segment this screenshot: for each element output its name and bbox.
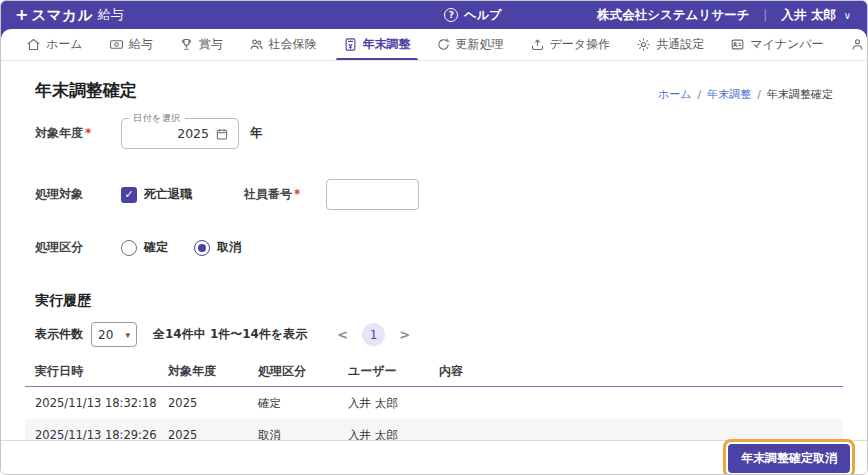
highlight-annotation: 年末調整確定取消 bbox=[723, 439, 855, 475]
logo-brand-text: スマカル bbox=[31, 6, 92, 25]
col-header-detail: 内容 bbox=[430, 363, 843, 380]
app-window: + スマカル 給与 ? ヘルプ 株式会社システムリサーチ | 入井 太郎 ∨ ホ… bbox=[0, 0, 868, 475]
col-header-user: ユーザー bbox=[338, 363, 430, 380]
cell-year: 2025 bbox=[158, 428, 248, 440]
nav-label: マイナンバー bbox=[750, 36, 823, 53]
pagination: < 1 > bbox=[333, 323, 414, 346]
radio-confirm-label: 確定 bbox=[144, 239, 168, 256]
pagesize-select[interactable]: 20 ▾ bbox=[91, 322, 137, 347]
person-icon bbox=[850, 37, 865, 52]
year-unit-label: 年 bbox=[250, 125, 263, 142]
header-divider: | bbox=[763, 8, 767, 22]
process-type-label: 処理区分 bbox=[35, 239, 121, 256]
nav-label: 年末調整 bbox=[363, 36, 411, 53]
radio-circle-icon bbox=[121, 240, 137, 256]
refresh-icon bbox=[436, 37, 451, 52]
logo-suffix-text: 給与 bbox=[98, 6, 124, 24]
cell-year: 2025 bbox=[158, 396, 248, 410]
table-row[interactable]: 2025/11/13 18:32:18 2025 確定 入井 太郎 bbox=[25, 387, 843, 419]
breadcrumb-separator: / bbox=[698, 88, 702, 101]
breadcrumb-separator: / bbox=[757, 88, 761, 101]
app-logo[interactable]: + スマカル 給与 bbox=[15, 6, 124, 25]
date-picker-float-label: 日付を選択 bbox=[129, 112, 185, 125]
action-footer: 年末調整確定取消 bbox=[1, 440, 867, 475]
main-nav: ホーム 給与 賞与 社会保険 年末調整 更新処理 データ操作 共通設定 bbox=[1, 29, 867, 61]
nav-item-update-process[interactable]: 更新処理 bbox=[424, 29, 517, 60]
nav-label: 給与 bbox=[129, 36, 153, 53]
cell-datetime: 2025/11/13 18:29:26 bbox=[25, 428, 158, 440]
year-end-adjustment-cancel-button[interactable]: 年末調整確定取消 bbox=[728, 444, 850, 473]
chevron-down-icon: ∨ bbox=[844, 10, 851, 21]
nav-label: 賞与 bbox=[199, 36, 223, 53]
radio-selected-icon bbox=[194, 240, 210, 256]
col-header-type: 処理区分 bbox=[248, 363, 338, 380]
required-asterisk: * bbox=[85, 126, 91, 140]
cell-datetime: 2025/11/13 18:32:18 bbox=[25, 396, 158, 410]
required-asterisk: * bbox=[294, 187, 300, 201]
page-next-button[interactable]: > bbox=[395, 327, 414, 342]
breadcrumb-current: 年末調整確定 bbox=[767, 87, 833, 102]
nav-item-data-operation[interactable]: データ操作 bbox=[517, 29, 624, 60]
nav-item-bonus[interactable]: 賞与 bbox=[166, 29, 236, 60]
target-year-date-picker[interactable]: 日付を選択 2025 bbox=[121, 118, 239, 149]
question-circle-icon: ? bbox=[444, 8, 458, 22]
result-range-text: 全14件中 1件〜14件を表示 bbox=[153, 326, 307, 343]
company-name: 株式会社システムリサーチ bbox=[597, 7, 749, 24]
breadcrumb: ホーム / 年末調整 / 年末調整確定 bbox=[658, 87, 833, 102]
nav-label: 更新処理 bbox=[456, 36, 504, 53]
user-name: 入井 太郎 bbox=[781, 7, 835, 24]
col-header-year: 対象年度 bbox=[158, 363, 248, 380]
banknote-icon bbox=[109, 37, 124, 52]
nav-item-common-settings[interactable]: 共通設定 bbox=[623, 29, 717, 60]
history-table: 実行日時 対象年度 処理区分 ユーザー 内容 2025/11/13 18:32:… bbox=[25, 357, 843, 440]
cell-user: 入井 太郎 bbox=[338, 428, 430, 441]
nav-label: 社会保険 bbox=[269, 36, 317, 53]
date-picker-value: 2025 bbox=[177, 126, 209, 141]
pagesize-value: 20 bbox=[98, 328, 113, 342]
history-section-title: 実行履歴 bbox=[35, 292, 833, 310]
gear-icon bbox=[636, 37, 651, 52]
radio-cancel-label: 取消 bbox=[217, 239, 241, 256]
breadcrumb-home-link[interactable]: ホーム bbox=[658, 87, 692, 102]
employee-number-input[interactable] bbox=[326, 179, 419, 210]
process-target-label: 処理対象 bbox=[35, 186, 121, 203]
pagesize-label: 表示件数 bbox=[35, 326, 83, 343]
employee-number-label: 社員番号* bbox=[244, 186, 300, 203]
caret-down-icon: ▾ bbox=[125, 330, 130, 340]
help-button[interactable]: ? ヘルプ bbox=[444, 7, 501, 24]
nav-label: データ操作 bbox=[550, 36, 611, 53]
table-row[interactable]: 2025/11/13 18:29:26 2025 取消 入井 太郎 bbox=[25, 419, 843, 440]
id-card-icon bbox=[730, 37, 745, 52]
checkbox-check-icon: ✓ bbox=[121, 187, 137, 203]
user-menu[interactable]: 入井 太郎 ∨ bbox=[781, 7, 851, 24]
people-icon bbox=[249, 37, 264, 52]
cell-type: 取消 bbox=[248, 428, 338, 441]
cell-type: 確定 bbox=[248, 396, 338, 411]
radio-confirm[interactable]: 確定 bbox=[121, 239, 168, 256]
breadcrumb-parent-link[interactable]: 年末調整 bbox=[707, 87, 751, 102]
nav-label: 共通設定 bbox=[656, 36, 704, 53]
main-content: 年末調整確定 ホーム / 年末調整 / 年末調整確定 対象年度* 日付を選択 2… bbox=[1, 61, 867, 440]
radio-cancel[interactable]: 取消 bbox=[194, 239, 241, 256]
home-icon bbox=[26, 37, 41, 52]
nav-item-social-insurance[interactable]: 社会保険 bbox=[236, 29, 330, 60]
page-number-current[interactable]: 1 bbox=[362, 323, 385, 346]
page-prev-button[interactable]: < bbox=[333, 327, 352, 342]
target-year-label: 対象年度* bbox=[35, 125, 121, 142]
checkbox-label: 死亡退職 bbox=[144, 186, 192, 203]
trophy-icon bbox=[179, 37, 194, 52]
nav-item-admin[interactable]: 管理 bbox=[837, 29, 868, 60]
nav-item-my-number[interactable]: マイナンバー bbox=[717, 29, 836, 60]
data-upload-icon bbox=[530, 37, 545, 52]
cell-user: 入井 太郎 bbox=[338, 396, 430, 411]
plus-logo-icon: + bbox=[15, 7, 28, 23]
calendar-icon[interactable] bbox=[215, 127, 229, 141]
nav-item-year-end-adjustment[interactable]: 年末調整 bbox=[330, 29, 424, 60]
nav-label: ホーム bbox=[46, 36, 83, 53]
nav-item-payroll[interactable]: 給与 bbox=[96, 29, 166, 60]
nav-item-home[interactable]: ホーム bbox=[13, 29, 96, 60]
calculator-icon bbox=[343, 37, 358, 52]
death-retirement-checkbox[interactable]: ✓ 死亡退職 bbox=[121, 186, 192, 203]
table-header-row: 実行日時 対象年度 処理区分 ユーザー 内容 bbox=[25, 357, 843, 387]
help-label: ヘルプ bbox=[464, 7, 501, 24]
